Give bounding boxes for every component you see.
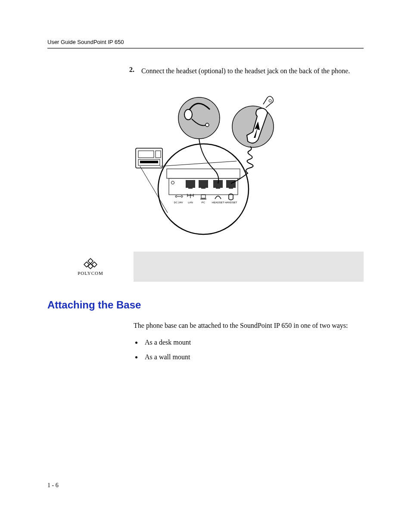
svg-rect-20 <box>229 186 233 189</box>
phone-body-thumbnail <box>136 148 162 168</box>
svg-point-29 <box>206 123 209 127</box>
svg-marker-31 <box>88 258 93 264</box>
svg-rect-18 <box>216 186 220 189</box>
svg-rect-8 <box>188 186 193 189</box>
svg-rect-14 <box>201 186 206 189</box>
list-item: As a desk mount <box>142 339 364 346</box>
mount-options-list: As a desk mount As a wall mount <box>142 339 364 361</box>
section-intro-paragraph: The phone base can be attached to the So… <box>134 320 364 331</box>
port-label-headset: HEADSET <box>212 201 224 204</box>
phone-ports-illustration: DC 24V LAN PC HEADSET HANDSET <box>128 84 283 239</box>
svg-rect-24 <box>140 161 158 163</box>
svg-rect-25 <box>156 151 161 158</box>
page-number: 1 - 6 <box>47 482 59 489</box>
polycom-logo-text: POLYCOM <box>78 271 103 276</box>
header-rule <box>47 48 364 49</box>
list-item: As a wall mount <box>142 353 364 361</box>
svg-point-28 <box>184 109 192 120</box>
numbered-step: 2. Connect the headset (optional) to the… <box>129 66 364 76</box>
polycom-logo-icon <box>83 258 98 270</box>
section-heading-attaching-base: Attaching the Base <box>47 299 364 311</box>
brand-callout-row: POLYCOM <box>47 252 364 282</box>
running-header: User Guide SoundPoint IP 650 <box>47 39 364 45</box>
port-label-pc: PC <box>202 201 206 204</box>
step-number: 2. <box>129 66 141 74</box>
callout-empty-box <box>134 252 364 282</box>
connection-figure: DC 24V LAN PC HEADSET HANDSET <box>47 84 364 239</box>
port-label-lan: LAN <box>188 201 193 204</box>
svg-rect-22 <box>138 151 154 158</box>
step-instruction-text: Connect the headset (optional) to the he… <box>141 66 350 76</box>
svg-rect-2 <box>167 169 240 178</box>
port-label-handset: HANDSET <box>225 201 237 204</box>
port-label-dc: DC 24V <box>174 201 183 204</box>
